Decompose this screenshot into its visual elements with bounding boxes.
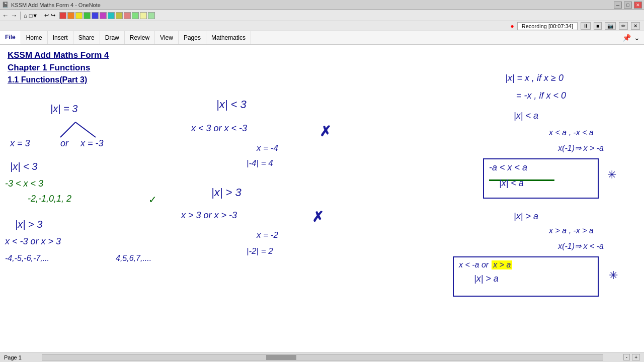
x-wrong-2: ✗ (312, 209, 324, 225)
svg-line-0 (60, 122, 75, 137)
page-info: Page 1 (4, 354, 22, 360)
heading2: Chapter 1 Functions (8, 63, 90, 73)
color-btn-12[interactable] (148, 12, 155, 19)
middle-abs2: |x| > 3 (211, 186, 242, 199)
box2-line1-part1: x < -a or (459, 260, 489, 269)
color-btn-7[interactable] (108, 12, 115, 19)
middle-x-val1: x = -4 (257, 143, 278, 153)
redo-button[interactable]: ↪ (51, 12, 55, 19)
tab-pages[interactable]: Pages (179, 31, 206, 44)
middle-greater-sol: x > 3 or x > -3 (181, 210, 237, 221)
app-icon: 📓 (2, 2, 9, 8)
camera-button[interactable]: 📷 (605, 22, 616, 30)
box1-line1: -a < x < a (489, 162, 593, 173)
star-mark-1: ✳ (607, 168, 616, 182)
recording-label: Recording [00:07:34] (517, 22, 578, 30)
pen-rec-button[interactable]: ✏ (619, 22, 628, 30)
undo-button[interactable]: ↩ (44, 12, 49, 19)
box2-highlight: x > a (492, 260, 512, 269)
eq1-abs: |x| = 3 (50, 103, 77, 115)
x2-times-neg1: x(-1)⇒ x < -a (558, 241, 604, 251)
close-button[interactable]: ✕ (634, 2, 642, 9)
ineq2-abs: |x| > 3 (15, 219, 42, 230)
tab-draw[interactable]: Draw (100, 31, 125, 44)
color-btn-5[interactable] (92, 12, 99, 19)
minimize-button[interactable]: ─ (614, 2, 622, 9)
color-btn-11[interactable] (140, 12, 147, 19)
ineq2-sol: x < -3 or x > 3 (5, 236, 61, 247)
color-btn-2[interactable] (67, 12, 74, 19)
abs-def-1: |x| = x , if x ≥ 0 (505, 73, 564, 83)
color-btn-3[interactable] (75, 12, 83, 19)
ineq1-abs: |x| < 3 (10, 161, 37, 172)
color-btn-8[interactable] (116, 12, 123, 19)
tab-file[interactable]: File (0, 31, 21, 44)
ineq1-sol: -3 < x < 3 (5, 178, 43, 189)
view-toggle[interactable]: □▼ (29, 13, 38, 19)
box2-line2: |x| > a (474, 274, 608, 284)
eq1-or: or (60, 138, 68, 149)
home-button[interactable]: ⌂ (24, 13, 27, 19)
middle-abs-check1: |-4| = 4 (247, 158, 273, 168)
ineq2-list-right: 4,5,6,7,.... (116, 254, 151, 263)
color-btn-10[interactable] (132, 12, 139, 19)
zoom-in-button[interactable]: + (632, 354, 640, 360)
main-content: KSSM Add Maths Form 4 Chapter 1 Function… (0, 45, 644, 352)
status-bar: Page 1 - + (0, 352, 644, 362)
x-wrong-1: ✗ (319, 123, 331, 140)
eq1-branch-left: x = 3 (10, 138, 30, 149)
middle-abs-check2: |-2| = 2 (247, 246, 273, 256)
ineq2-list-left: -4,-5,-6,-7,... (5, 254, 49, 263)
ribbon: File Home Insert Share Draw Review View … (0, 31, 644, 45)
tab-review[interactable]: Review (125, 31, 155, 44)
recording-bar: ● Recording [00:07:34] ⏸ ■ 📷 ✏ ✕ (0, 21, 644, 31)
svg-line-1 (75, 122, 96, 137)
branch-arrows (50, 120, 126, 140)
color-btn-6[interactable] (100, 12, 107, 19)
stop-button[interactable]: ■ (594, 22, 602, 30)
back-button[interactable]: ← (2, 12, 9, 19)
canvas: KSSM Add Maths Form 4 Chapter 1 Function… (0, 45, 644, 352)
maximize-button[interactable]: □ (624, 2, 632, 9)
forward-button[interactable]: → (11, 12, 17, 19)
box-less-a: -a < x < a |x| < a (483, 158, 599, 199)
abs-greater-a: |x| > a (514, 211, 538, 222)
tab-insert[interactable]: Insert (48, 31, 73, 44)
ineq1-list: -2,-1,0,1, 2 (28, 194, 71, 204)
close-rec-button[interactable]: ✕ (631, 22, 640, 30)
x-times-neg1: x(-1)⇒ x > -a (558, 143, 604, 153)
zoom-out-button[interactable]: - (623, 354, 630, 360)
record-icon: ● (511, 23, 514, 30)
title-bar: 📓 KSSM Add Maths Form 4 - OneNote ─ □ ✕ (0, 0, 644, 10)
expand-icon: ⌄ (634, 34, 640, 42)
pause-button[interactable]: ⏸ (581, 22, 591, 30)
abs-less-a: |x| < a (514, 111, 538, 121)
color-btn-9[interactable] (124, 12, 131, 19)
middle-x-val2: x = -2 (257, 230, 278, 240)
scroll-bar[interactable] (42, 354, 603, 360)
toolbar-area: ← → ⌂ □▼ ↩ ↪ (0, 10, 644, 21)
tab-mathematics[interactable]: Mathematics (206, 31, 251, 44)
tab-share[interactable]: Share (73, 31, 100, 44)
heading3: 1.1 Functions(Part 3) (8, 75, 87, 84)
x-less-a: x < a , -x < a (549, 128, 594, 137)
color-btn-4[interactable] (84, 12, 91, 19)
title-text: KSSM Add Maths Form 4 - OneNote (11, 2, 101, 8)
scroll-thumb[interactable] (266, 355, 296, 360)
box-greater-a: x < -a or x > a |x| > a (453, 256, 599, 297)
color-btn-1[interactable] (59, 12, 66, 19)
eq1-branch-right: x = -3 (80, 138, 104, 149)
middle-less-sol: x < 3 or x < -3 (191, 123, 247, 134)
box1-line2: |x| < a (499, 178, 603, 189)
heading1: KSSM Add Maths Form 4 (8, 50, 109, 60)
star-mark-2: ✳ (609, 269, 618, 282)
check-mark-1: ✓ (148, 194, 157, 206)
abs-def-2: = -x , if x < 0 (516, 90, 566, 101)
pin-icon: 📌 (622, 34, 631, 42)
middle-abs1: |x| < 3 (216, 98, 247, 111)
tab-home[interactable]: Home (21, 31, 48, 44)
tab-view[interactable]: View (155, 31, 179, 44)
x-greater-a: x > a , -x > a (549, 226, 594, 235)
